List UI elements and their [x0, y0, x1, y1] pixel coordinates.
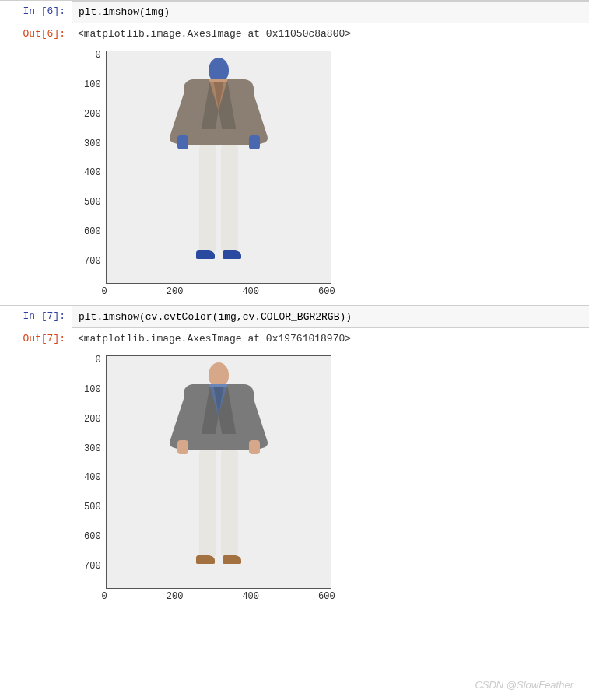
output-prompt: Out[7]: — [0, 328, 72, 349]
figure-person-bgr — [184, 58, 254, 259]
input-prompt: In [7]: — [0, 306, 72, 327]
figure-leg — [199, 144, 216, 253]
y-tick: 200 — [84, 415, 101, 442]
output-row: Out[6]: <matplotlib.image.AxesImage at 0… — [0, 23, 589, 305]
output-area: <matplotlib.image.AxesImage at 0x1976101… — [72, 328, 589, 610]
figure-foot — [223, 250, 241, 259]
y-tick: 700 — [84, 562, 101, 589]
y-tick: 700 — [84, 257, 101, 284]
y-tick: 600 — [84, 227, 101, 254]
x-axis: 0 200 400 600 — [102, 591, 335, 602]
figure-hand — [249, 440, 260, 454]
input-prompt: In [6]: — [0, 1, 72, 22]
x-tick: 400 — [242, 286, 259, 297]
output-prompt: Out[6]: — [0, 23, 72, 44]
figure-legs — [198, 449, 240, 558]
figure-hand — [249, 135, 260, 149]
notebook-cell: In [6]: plt.imshow(img) — [0, 0, 589, 23]
y-tick: 100 — [84, 80, 101, 107]
plot-figure: 0 100 200 300 400 500 600 700 — [84, 355, 583, 602]
x-axis: 0 200 400 600 — [102, 286, 335, 297]
figure-legs — [198, 144, 240, 253]
figure-hand — [177, 135, 188, 149]
x-tick: 0 — [102, 286, 107, 297]
output-row: Out[7]: <matplotlib.image.AxesImage at 0… — [0, 328, 589, 610]
code-input[interactable]: plt.imshow(img) — [72, 1, 589, 23]
code-input[interactable]: plt.imshow(cv.cvtColor(img,cv.COLOR_BGR2… — [72, 306, 589, 328]
x-tick: 600 — [318, 286, 335, 297]
plot-canvas — [106, 355, 331, 589]
x-tick: 0 — [102, 591, 107, 602]
figure-person-rgb — [184, 362, 254, 564]
figure-foot — [223, 555, 241, 564]
figure-feet — [184, 250, 254, 259]
plot-body: 0 200 400 600 — [106, 355, 335, 602]
x-tick: 200 — [167, 286, 184, 297]
figure-foot — [196, 250, 215, 259]
y-axis: 0 100 200 300 400 500 600 700 — [84, 51, 101, 284]
figure-torso — [184, 79, 254, 145]
y-tick: 400 — [84, 473, 101, 500]
x-tick: 400 — [242, 591, 259, 602]
figure-leg — [221, 449, 238, 558]
output-text: <matplotlib.image.AxesImage at 0x1976101… — [78, 333, 583, 345]
figure-hand — [177, 440, 188, 454]
y-tick: 0 — [84, 51, 101, 78]
plot-body: 0 200 400 600 — [106, 51, 335, 297]
x-tick: 600 — [318, 591, 335, 602]
figure-torso — [184, 384, 254, 450]
figure-foot — [196, 555, 215, 564]
y-tick: 500 — [84, 198, 101, 225]
y-tick: 100 — [84, 385, 101, 412]
figure-feet — [184, 555, 254, 564]
y-tick: 300 — [84, 139, 101, 166]
y-tick: 500 — [84, 502, 101, 530]
x-tick: 200 — [167, 591, 184, 602]
y-tick: 0 — [84, 355, 101, 383]
y-tick: 600 — [84, 532, 101, 559]
output-area: <matplotlib.image.AxesImage at 0x11050c8… — [72, 23, 589, 305]
y-tick: 300 — [84, 444, 101, 471]
notebook-cell: In [7]: plt.imshow(cv.cvtColor(img,cv.CO… — [0, 305, 589, 328]
y-tick: 400 — [84, 168, 101, 195]
y-tick: 200 — [84, 110, 101, 137]
plot-figure: 0 100 200 300 400 500 600 700 — [84, 51, 583, 297]
figure-leg — [221, 144, 238, 253]
figure-leg — [199, 449, 216, 558]
output-text: <matplotlib.image.AxesImage at 0x11050c8… — [78, 28, 583, 40]
plot-canvas — [106, 51, 331, 284]
y-axis: 0 100 200 300 400 500 600 700 — [84, 355, 101, 589]
